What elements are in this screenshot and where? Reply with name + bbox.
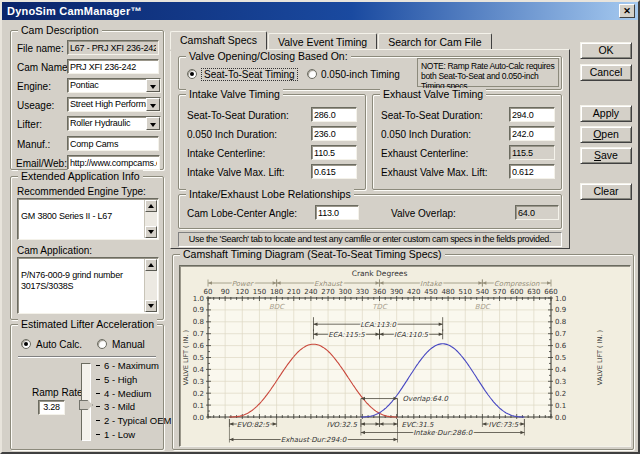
slider-scale-item: 4 - Medium	[96, 388, 152, 399]
intake-050-duration-input[interactable]	[311, 126, 357, 141]
tab-bar: Camshaft Specs Valve Event Timing Search…	[170, 32, 493, 50]
svg-text:ICA:110.5: ICA:110.5	[394, 331, 429, 339]
scroll-up-button[interactable]	[145, 259, 157, 271]
svg-text:0.9: 0.9	[193, 306, 204, 314]
auto-calc-radio[interactable]	[21, 339, 31, 349]
manual-label: Manual	[112, 339, 145, 350]
useage-dropdown-button[interactable]	[146, 98, 160, 111]
slider-tick	[96, 420, 100, 421]
svg-text:0.7: 0.7	[555, 330, 566, 338]
slider-tick	[96, 393, 100, 394]
cam-application-label: Cam Application:	[17, 245, 92, 256]
cam-name-label: Cam Name:	[17, 62, 70, 73]
valve-basis-group: Valve Opening/Closing Based On: Seat-To-…	[178, 56, 562, 90]
svg-text:60: 60	[204, 288, 213, 296]
seat-to-seat-radio[interactable]	[187, 69, 197, 79]
engine-value: Pontiac	[70, 80, 99, 90]
svg-text:Intake: Intake	[420, 280, 442, 288]
useage-select[interactable]: Street High Performance	[67, 97, 161, 112]
cam-description-group: Cam Description File name: Cam Name: Eng…	[10, 30, 164, 170]
file-name-field	[67, 40, 159, 55]
inch-timing-radio[interactable]	[307, 69, 317, 79]
email-web-input[interactable]	[67, 155, 160, 170]
intake-centerline-input[interactable]	[311, 145, 357, 160]
tab-camshaft-specs[interactable]: Camshaft Specs	[170, 31, 267, 50]
cam-application-scrollbar[interactable]	[144, 259, 157, 312]
engine-select[interactable]: Pontiac	[67, 78, 161, 93]
svg-text:TDC: TDC	[372, 303, 388, 311]
svg-text:0.5: 0.5	[555, 354, 566, 362]
slider-tick	[96, 434, 100, 435]
close-icon: ✕	[623, 7, 631, 16]
intake-centerline-label: Intake Centerline:	[187, 148, 265, 159]
scroll-down-button[interactable]	[145, 226, 157, 238]
svg-text:450: 450	[424, 288, 437, 296]
lobe-relationships-title: Intake/Exhaust Lobe Relationships	[186, 188, 354, 200]
engine-type-scrollbar[interactable]	[144, 200, 157, 238]
svg-text:300: 300	[339, 288, 352, 296]
svg-text:Overlap:64.0: Overlap:64.0	[403, 395, 449, 403]
cam-application-value: P/N76-000-9 grind number 3017S/3038S	[21, 270, 123, 291]
svg-text:0.3: 0.3	[555, 378, 566, 386]
auto-calc-label: Auto Calc.	[36, 339, 82, 350]
timing-diagram-group: Camshaft Timing Diagram (Seat-To-Seat Ti…	[172, 254, 634, 450]
lobe-center-angle-input[interactable]	[315, 205, 359, 220]
engine-type-textarea[interactable]: GM 3800 Series II - L67	[17, 198, 159, 240]
exhaust-s2s-duration-label: Seat-To-Seat Duration:	[381, 110, 483, 121]
intake-max-lift-input[interactable]	[311, 164, 357, 179]
svg-text:570: 570	[493, 288, 506, 296]
manuf-input[interactable]	[67, 136, 159, 151]
svg-text:0.9: 0.9	[555, 306, 566, 314]
lifter-dropdown-button[interactable]	[146, 117, 160, 130]
cancel-button[interactable]: Cancel	[580, 64, 632, 81]
lifter-label: Lifter:	[17, 119, 42, 130]
engine-label: Engine:	[17, 81, 51, 92]
close-button[interactable]: ✕	[619, 4, 635, 18]
valve-basis-title: Valve Opening/Closing Based On:	[186, 50, 351, 62]
svg-text:150: 150	[253, 288, 266, 296]
save-button[interactable]: Save	[580, 147, 632, 164]
svg-text:1.0: 1.0	[555, 295, 566, 303]
exhaust-050-duration-input[interactable]	[509, 126, 555, 141]
svg-text:330: 330	[356, 288, 369, 296]
svg-text:ECA:115.5: ECA:115.5	[328, 331, 365, 339]
scroll-down-button[interactable]	[145, 300, 157, 312]
lifter-acceleration-title: Estimated Lifter Acceleration	[18, 318, 157, 330]
intake-max-lift-label: Intake Valve Max. Lift:	[187, 167, 285, 178]
manuf-label: Manuf.:	[17, 139, 50, 150]
valve-overlap-label: Valve Overlap:	[391, 208, 456, 219]
engine-dropdown-button[interactable]	[146, 79, 160, 92]
separator	[18, 356, 156, 358]
chevron-down-icon	[150, 104, 156, 111]
svg-text:Intake Dur:286.0: Intake Dur:286.0	[413, 429, 472, 437]
cam-application-textarea[interactable]: P/N76-000-9 grind number 3017S/3038S	[17, 257, 159, 314]
clear-button[interactable]: Clear	[580, 183, 632, 200]
intake-s2s-duration-label: Seat-To-Seat Duration:	[187, 110, 289, 121]
seat-to-seat-label[interactable]: Seat-To-Seat Timing	[201, 68, 298, 81]
exhaust-max-lift-input[interactable]	[509, 164, 555, 179]
title-bar[interactable]: DynoSim CamManager™ ✕	[2, 2, 638, 20]
tab-search-for-cam-file[interactable]: Search for Cam File	[378, 33, 491, 50]
svg-text:0.2: 0.2	[555, 390, 566, 398]
window-title: DynoSim CamManager™	[7, 5, 142, 17]
scroll-up-button[interactable]	[145, 200, 157, 212]
exhaust-centerline-field	[509, 145, 555, 160]
slider-scale-item: 3 - Mild	[96, 401, 135, 412]
tab-valve-event-timing[interactable]: Valve Event Timing	[268, 33, 377, 50]
slider-tick	[96, 379, 100, 380]
file-name-label: File name:	[17, 43, 64, 54]
cam-name-input[interactable]	[67, 59, 159, 74]
lifter-select[interactable]: Roller Hydraulic	[67, 116, 161, 131]
exhaust-s2s-duration-input[interactable]	[509, 107, 555, 122]
open-button[interactable]: Open	[580, 126, 632, 143]
svg-text:Compression: Compression	[494, 280, 540, 288]
apply-button[interactable]: Apply	[580, 105, 632, 122]
ramp-rate-note: NOTE: Ramp Rate Auto-Calc requires both …	[417, 58, 559, 87]
svg-text:0.5: 0.5	[193, 354, 204, 362]
ok-button[interactable]: OK	[580, 42, 632, 59]
slider-scale-item: 6 - Maximum	[96, 360, 159, 371]
intake-s2s-duration-input[interactable]	[311, 107, 357, 122]
manual-radio[interactable]	[97, 339, 107, 349]
svg-text:420: 420	[407, 288, 420, 296]
svg-text:270: 270	[321, 288, 334, 296]
